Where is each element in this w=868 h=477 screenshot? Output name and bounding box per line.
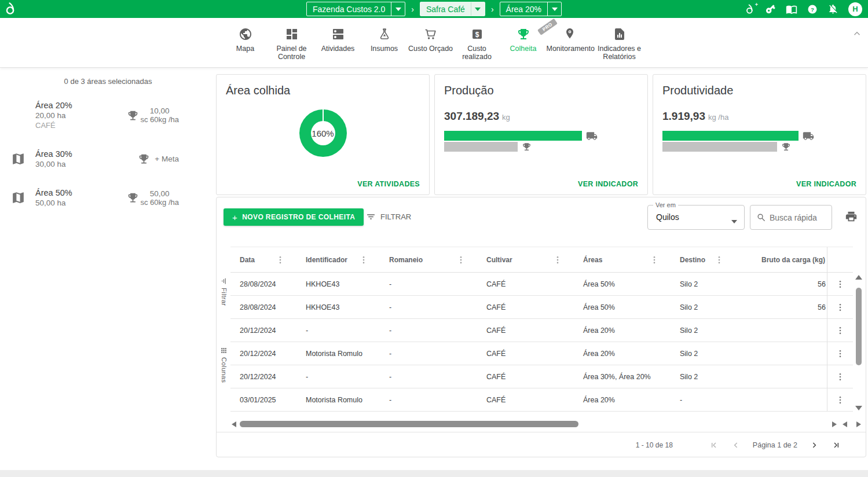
notifications-off-icon[interactable] [827,3,838,14]
book-icon[interactable] [786,3,797,15]
filter-icon [366,212,376,222]
row-menu-button[interactable] [827,388,853,412]
scroll-left-arrow[interactable] [232,421,236,427]
trophy-icon [127,192,139,204]
pinned-scroll-right-arrow[interactable] [856,421,861,427]
row-menu-button[interactable] [827,273,853,296]
nav-item-custo-realizado[interactable]: Custo realizado [454,25,500,61]
first-page-button[interactable] [709,441,719,450]
column-header-data: Data [230,247,296,272]
ver-atividades-link[interactable]: VER ATIVIDADES [357,180,420,188]
dashboard-icon [269,25,315,41]
ver-indicador-link[interactable]: VER INDICADOR [796,180,856,188]
row-menu-button[interactable] [827,365,853,388]
column-menu-icon[interactable] [718,256,720,264]
breadcrumb-area-select[interactable]: Área 20% [500,2,562,16]
table-row[interactable]: 20/12/2024--CAFÉÁrea 30%, Área 20%Silo 2 [230,365,827,388]
page: Fazenda Custos 2.0 › Safra Café › Área 2… [0,0,868,477]
globe-icon [222,25,269,41]
table-row[interactable]: 03/01/2025Motorista Romulo-CAFÉÁrea 20%- [230,388,827,412]
table-row[interactable]: 28/08/2024HKHOE43-CAFÉÁrea 50%Silo 256 [230,296,827,319]
breadcrumb-separator: › [491,5,494,14]
cart-icon [408,25,454,41]
scroll-right-arrow[interactable] [832,421,837,427]
area-goal[interactable]: 50,00 sc 60kg /ha [127,189,180,207]
area-goal[interactable]: 10,00 sc 60kg /ha [127,107,180,124]
chevron-down-icon[interactable] [471,2,485,16]
rail-tab-colunas[interactable]: Colunas [218,347,230,383]
next-page-button[interactable] [810,441,819,450]
area-item-50[interactable]: Área 50% 50,00 ha 50,00 sc 60kg /ha [0,188,216,207]
ver-indicador-link[interactable]: VER INDICADOR [578,180,638,188]
column-menu-icon[interactable] [556,256,559,264]
trophy-icon [522,142,532,152]
column-header-destino: Destino [671,247,735,272]
table-header: Data Identificador Romaneio Cultivar Áre… [230,247,827,273]
nav-item-insumos[interactable]: Insumos [361,25,408,61]
topbar-actions: + H [745,0,862,18]
avatar[interactable]: H [848,2,862,16]
chevron-down-icon[interactable] [391,2,405,16]
report-chart-icon [593,25,646,41]
nav-item-mapa[interactable]: Mapa [222,25,269,61]
row-menu-button[interactable] [827,296,853,319]
filter-button[interactable]: FILTRAR [366,212,411,222]
nav-item-monitoramento[interactable]: PRO Monitoramento [547,25,593,61]
quick-search [750,205,832,230]
table-row[interactable]: 20/12/2024--CAFÉÁrea 20%Silo 2 [230,319,827,342]
previous-page-button[interactable] [731,441,741,450]
column-menu-icon[interactable] [279,256,281,264]
map-icon [10,190,25,205]
search-input[interactable] [770,213,826,222]
column-menu-icon[interactable] [653,256,655,264]
horizontal-scrollbar-thumb[interactable] [240,421,578,427]
column-header-bruto: Bruto da carga (kg) [735,247,827,272]
last-page-button[interactable] [832,441,841,450]
table-body: 28/08/2024HKHOE43-CAFÉÁrea 50%Silo 256 2… [230,273,827,412]
column-header-romaneio: Romaneio [380,247,477,272]
breadcrumb-separator: › [411,5,414,14]
goal-value: 50,00 [141,189,180,198]
rail-tab-filtrar[interactable]: Filtrar [218,277,230,306]
referral-icon[interactable]: + [745,3,755,15]
filter-icon [220,277,228,285]
help-icon[interactable] [807,4,818,14]
row-menu-button[interactable] [827,342,853,365]
print-button[interactable] [845,210,858,225]
nav-items: Mapa Painel de Controle Atividades Insum… [0,18,868,61]
flask-icon [361,25,408,41]
table-row[interactable]: 28/08/2024HKHOE43-CAFÉÁrea 50%Silo 256 [230,273,827,296]
breadcrumb: Fazenda Custos 2.0 › Safra Café › Área 2… [0,0,868,18]
table-row[interactable]: 20/12/2024Motorista Romulo-CAFÉÁrea 20%S… [230,342,827,365]
collapse-navbar-chevron-up-icon[interactable] [852,28,862,41]
area-item-20[interactable]: Área 20% 20,00 ha CAFÉ 10,00 sc 60kg /ha [0,101,216,130]
nav-item-custo-orcado[interactable]: Custo Orçado [408,25,454,61]
pagination-page-label: Página 1 de 2 [753,441,797,449]
row-menu-button[interactable] [827,319,853,342]
area-item-30[interactable]: Área 30% 30,00 ha + Meta [0,149,216,168]
unit-select-label: Ver em [653,201,678,208]
scroll-down-arrow[interactable] [855,406,862,410]
row-actions-column [827,273,853,412]
breadcrumb-farm-select[interactable]: Fazenda Custos 2.0 [306,2,405,16]
actions-column-header [827,247,853,273]
vertical-scrollbar-thumb[interactable] [856,288,862,365]
nav-item-atividades[interactable]: Atividades [315,25,361,61]
scroll-up-arrow[interactable] [855,275,862,280]
area-name: Área 20% [500,5,547,14]
add-goal-button[interactable]: + Meta [138,153,179,165]
unit-select[interactable]: Ver em Quilos [647,205,745,230]
key-icon[interactable] [765,3,776,14]
column-menu-icon[interactable] [460,256,462,264]
pinned-scroll-left-arrow[interactable] [843,421,847,427]
area-name: Área 30% [35,149,72,159]
chevron-down-icon[interactable] [547,2,561,16]
areas-sidebar: 0 de 3 áreas selecionadas Área 20% 20,00… [0,68,216,470]
column-menu-icon[interactable] [362,256,365,264]
new-harvest-record-button[interactable]: + NOVO REGISTRO DE COLHEITA [224,208,364,226]
donut-percent: 160% [299,109,347,157]
dollar-icon [454,25,500,41]
breadcrumb-season-select[interactable]: Safra Café [420,2,485,16]
nav-item-painel-de-controle[interactable]: Painel de Controle [269,25,315,61]
nav-item-indicadores-relatorios[interactable]: Indicadores e Relatórios [593,25,646,61]
